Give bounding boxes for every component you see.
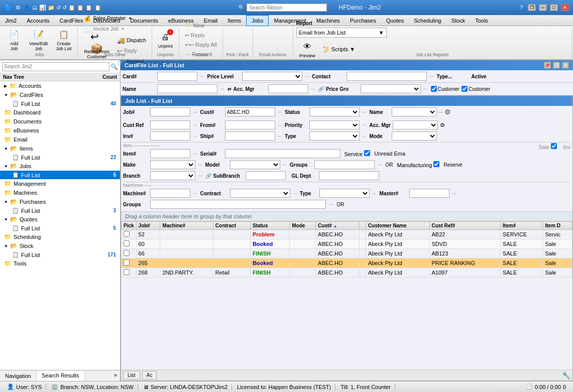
restore-button[interactable]: ❐: [528, 4, 536, 11]
price-grp-select[interactable]: [361, 84, 421, 93]
related-button[interactable]: 🔗 Related: [114, 57, 149, 66]
nav-purchases-full[interactable]: 📋 Full List 3: [0, 206, 120, 215]
nav-items-full[interactable]: 📋 Full List 23: [0, 153, 120, 162]
mode-select[interactable]: [392, 132, 437, 141]
job-name-dots2[interactable]: ···: [439, 109, 443, 114]
table-row[interactable]: 60 Booked ABEC.HO Abeck Pty Ltd SDVD SAL…: [122, 239, 572, 249]
groups-dots[interactable]: ···: [377, 162, 383, 167]
add-job-button[interactable]: 📄 AddJob: [4, 28, 24, 52]
customer-checkbox-label[interactable]: Customer: [431, 86, 460, 92]
machine-type-dots[interactable]: ···: [372, 191, 378, 196]
col-mode[interactable]: Mode: [290, 222, 316, 230]
menu-jim2[interactable]: Jim2: [0, 15, 22, 26]
nav-jobs[interactable]: ▼ 📂 Jobs: [0, 162, 120, 171]
cust-num-dots[interactable]: ···: [277, 109, 283, 114]
scripts-button[interactable]: 📜 Scripts ▼: [320, 45, 358, 54]
nav-scheduling[interactable]: 📁 Scheduling: [0, 232, 120, 241]
priority-dots[interactable]: ···: [362, 122, 368, 127]
nav-dashboard[interactable]: 📁 Dashboard: [0, 108, 120, 117]
contract-select[interactable]: [230, 189, 290, 198]
nav-cardfiles-full[interactable]: 📋 Full List 40: [0, 99, 120, 108]
col-status[interactable]: Status: [250, 222, 289, 230]
acc-mgr-input[interactable]: [268, 84, 308, 93]
nav-machines[interactable]: 📁 Machines: [0, 188, 120, 197]
cardfile-pin-btn[interactable]: 📌: [544, 62, 551, 69]
search-results-tab[interactable]: Search Results: [37, 370, 85, 381]
machine-num-dots[interactable]: ···: [192, 191, 198, 196]
status-dots[interactable]: ···: [362, 109, 368, 114]
table-row-highlighted[interactable]: 265 Booked ABEC.HO Abeck Pty Ltd PRICE R…: [122, 258, 572, 268]
nav-tools[interactable]: 📁 Tools: [0, 259, 120, 268]
col-machine[interactable]: Machine#: [160, 222, 213, 230]
acc-mgr-icon[interactable]: 🔗: [318, 86, 324, 92]
nav-purchases[interactable]: ▼ 📂 Purchases: [0, 197, 120, 206]
tabs-arrow[interactable]: »: [111, 370, 120, 381]
new-action-button[interactable]: ✨ New: [182, 22, 219, 30]
nav-jobs-full[interactable]: 📋 Full List 5: [0, 171, 120, 179]
groups-input[interactable]: [314, 160, 375, 169]
menu-accounts[interactable]: Accounts: [22, 15, 54, 26]
job-num-dots[interactable]: ···: [192, 109, 198, 114]
cust-ref-dots[interactable]: ···: [192, 122, 198, 127]
help-button[interactable]: ?: [518, 5, 525, 11]
menu-jobs[interactable]: Jobs: [246, 15, 269, 26]
item-num-dots[interactable]: ···: [192, 151, 198, 156]
branch-select[interactable]: [150, 171, 195, 180]
create-job-list-button[interactable]: 📋 CreateJob List: [53, 28, 74, 52]
from-num-dots[interactable]: ···: [277, 122, 283, 127]
invoice-job-button[interactable]: 🧾 Invoice Job ▼: [81, 24, 134, 34]
sales-register-button[interactable]: 💰 Sales Register ▼: [81, 14, 134, 23]
nav-documents[interactable]: 📁 Documents: [0, 117, 120, 126]
pick-66[interactable]: [124, 250, 130, 256]
card-num-input[interactable]: [157, 72, 197, 81]
dispatch-button[interactable]: 🚚 Dispatch: [114, 36, 149, 45]
list-button[interactable]: List: [123, 371, 140, 379]
branch-settings-icon[interactable]: 🔗: [205, 173, 211, 179]
cardfile-restore-btn[interactable]: ❐: [553, 62, 560, 69]
job-table-wrapper[interactable]: Pick Job# Machine# Contract Status Mode …: [121, 221, 572, 369]
make-select[interactable]: [150, 160, 195, 169]
col-job[interactable]: Job#: [136, 222, 160, 230]
close-button[interactable]: ✕: [561, 4, 569, 11]
ship-num-input[interactable]: [225, 132, 275, 141]
make-dots[interactable]: ···: [197, 162, 203, 167]
nav-cardfiles[interactable]: ▼ 📂 CardFiles: [0, 90, 120, 99]
nav-quotes-full[interactable]: 📋 Full List 5: [0, 224, 120, 232]
cust-ref-input[interactable]: [150, 120, 190, 129]
inv-num-input[interactable]: [150, 132, 190, 141]
sale-checkbox[interactable]: [551, 143, 557, 149]
nav-accounts[interactable]: ▶ 📁 Accounts: [0, 81, 120, 90]
reply-all-button[interactable]: ↩↩ Reply All: [182, 41, 219, 49]
col-customer-name[interactable]: Customer Name: [366, 222, 429, 230]
acc-mgr-dots[interactable]: ···: [310, 86, 316, 91]
inv-num-dots[interactable]: ···: [192, 134, 198, 139]
table-row[interactable]: 66 FINISH ABEC.HO Abeck Pty Ltd AB123 SA…: [122, 249, 572, 258]
pick-268[interactable]: [124, 269, 130, 275]
cardfile-close-btn[interactable]: ✕: [562, 62, 569, 69]
branch-dots[interactable]: ···: [197, 173, 203, 178]
nav-stock-full[interactable]: 📋 Full List 171: [0, 250, 120, 259]
pick-60[interactable]: [124, 240, 130, 246]
job-num-input[interactable]: [150, 107, 190, 116]
add-bottom-icon[interactable]: 🔧: [562, 371, 570, 379]
job-name-select[interactable]: [392, 107, 437, 116]
service-checkbox[interactable]: [364, 150, 370, 156]
customer-active-checkbox-label[interactable]: Customer: [462, 86, 490, 92]
menu-stock[interactable]: Stock: [446, 15, 471, 26]
name-swap-icon[interactable]: ⇄: [227, 86, 232, 91]
ship-num-dots[interactable]: ···: [277, 134, 283, 139]
customer-active-checkbox[interactable]: [462, 86, 468, 92]
price-grp-dots[interactable]: ···: [423, 86, 429, 91]
model-select[interactable]: [230, 160, 280, 169]
manufacturing-checkbox[interactable]: [433, 161, 439, 167]
nav-items[interactable]: ▼ 📂 Items: [0, 144, 120, 153]
col-cust[interactable]: Cust# ▲: [316, 222, 359, 230]
from-num-input[interactable]: [225, 120, 275, 129]
reply-action-button[interactable]: ↩ Reply: [182, 31, 219, 40]
sub-branch-input[interactable]: [246, 171, 286, 180]
nav-stock[interactable]: ▼ 📂 Stock: [0, 241, 120, 250]
machine-type-select[interactable]: [319, 189, 370, 198]
contact-dots[interactable]: ···: [429, 74, 435, 79]
pick-265[interactable]: [124, 259, 130, 266]
ribbon-search[interactable]: [247, 4, 327, 12]
